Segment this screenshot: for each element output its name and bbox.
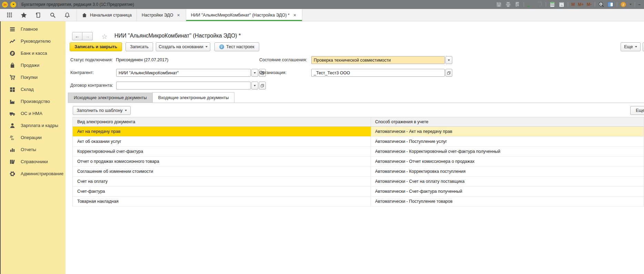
tab-home[interactable]: Начальная страница — [77, 9, 137, 21]
main-menu-button[interactable] — [10, 2, 16, 8]
calendar-icon[interactable]: 31 — [559, 1, 565, 8]
organization-input[interactable] — [311, 69, 445, 77]
back-button[interactable]: ← — [72, 32, 82, 40]
chevron-down-icon — [635, 46, 637, 48]
fill-by-template-button[interactable]: Заполнить по шаблону — [73, 106, 131, 115]
minimize-button[interactable]: – — [638, 2, 641, 7]
counterparty-input[interactable] — [116, 69, 251, 77]
divider — [546, 2, 546, 7]
organization-open-button[interactable] — [445, 69, 452, 77]
cell-doc-type[interactable]: Счет на оплату — [73, 177, 371, 186]
sidebar-item-reports[interactable]: Отчеты — [1, 144, 66, 156]
apps-menu-icon[interactable] — [2, 9, 17, 21]
home-icon — [82, 12, 87, 18]
cell-doc-type[interactable]: Отчет о продажах комиссионного товара — [73, 157, 371, 166]
shopping-bag-icon — [9, 62, 16, 68]
favorite-star-icon[interactable]: ☆ — [101, 32, 108, 41]
open-form-icon — [261, 84, 264, 87]
cell-reflection[interactable]: Автоматически - Поступление услуг — [371, 137, 644, 146]
contract-dropdown-button[interactable] — [251, 82, 258, 89]
cell-reflection[interactable]: Автоматически - Счет-фактура полученный — [371, 187, 644, 196]
info-dropdown-icon[interactable] — [630, 4, 632, 5]
cell-reflection[interactable]: Автоматически - Счет на оплату поставщик… — [371, 177, 644, 186]
agreement-state-dropdown-button[interactable] — [445, 56, 452, 64]
cell-doc-type[interactable]: Соглашение об изменении стоимости — [73, 167, 371, 176]
table-row[interactable]: Отчет о продажах комиссионного товара Ав… — [73, 157, 644, 167]
cell-reflection[interactable]: Автоматически - Корректировка поступлени… — [371, 167, 644, 176]
sidebar-item-label: Операции — [21, 135, 42, 140]
sidebar-item-fixed-assets[interactable]: ОС и НМА — [1, 107, 66, 119]
tab-incoming-documents[interactable]: Входящие электронные документы — [152, 92, 235, 103]
notifications-bell-icon[interactable] — [60, 9, 74, 21]
save-button[interactable]: Записать — [125, 42, 153, 51]
clipped-toolbar-button[interactable] — [643, 42, 644, 51]
cell-doc-type[interactable]: Акт на передачу прав — [73, 127, 371, 136]
close-icon[interactable]: × — [292, 12, 297, 18]
tab-label: Настройки ЭДО — [142, 13, 173, 18]
more-button[interactable]: Еще — [621, 42, 641, 51]
cell-reflection[interactable]: Автоматически - Поступление товаров — [371, 197, 644, 206]
counterparty-label: Контрагент: — [70, 69, 94, 77]
sidebar-item-administration[interactable]: Администрирование — [1, 168, 66, 180]
history-icon[interactable] — [31, 9, 46, 21]
memory-plus-button[interactable]: M+ — [578, 2, 584, 7]
cell-reflection[interactable]: Автоматически - Акт на передачу прав — [371, 127, 644, 136]
table-row[interactable]: Акт на передачу прав Автоматически - Акт… — [73, 127, 644, 137]
contract-input[interactable] — [116, 82, 251, 89]
sidebar-item-manager[interactable]: Руководителю — [1, 35, 66, 47]
save-and-close-button[interactable]: Записать и закрыть — [70, 42, 122, 51]
table-row[interactable]: Счет-фактура Автоматически - Счет-фактур… — [73, 187, 644, 197]
sidebar-item-sales[interactable]: Продажи — [1, 59, 66, 71]
table-row[interactable]: Соглашение об изменении стоимости Автома… — [73, 167, 644, 177]
close-icon[interactable]: × — [176, 12, 181, 18]
table-row[interactable]: Корректировочный счет-фактура Автоматиче… — [73, 147, 644, 157]
chevron-down-icon — [205, 46, 208, 48]
favorites-star-icon[interactable] — [17, 9, 31, 21]
cell-doc-type[interactable]: Корректировочный счет-фактура — [73, 147, 371, 156]
window-titlebar: 1с Бухгалтерия предприятия, редакция 3.0… — [0, 0, 644, 9]
cell-doc-type[interactable]: Акт об оказании услуг — [73, 137, 371, 146]
calculator-icon[interactable] — [549, 1, 555, 8]
agreement-state-label: Состояние соглашения: — [259, 56, 307, 64]
info-icon: i — [219, 44, 224, 49]
sidebar-item-warehouse[interactable]: Склад — [1, 83, 66, 95]
cell-reflection[interactable]: Автоматически - Корректировочный счет-фа… — [371, 147, 644, 156]
table-row[interactable]: Счет на оплату Автоматически - Счет на о… — [73, 177, 644, 187]
button-label: Создать на основании — [159, 44, 203, 49]
sidebar-item-payroll-hr[interactable]: Зарплата и кадры — [1, 119, 66, 131]
sidebar-item-operations[interactable]: ДтКт Операции — [1, 131, 66, 144]
go-to-link-icon[interactable] — [536, 1, 543, 8]
split-window-icon[interactable] — [607, 1, 614, 8]
get-link-icon[interactable] — [527, 1, 533, 8]
tab-label: Входящие электронные документы — [158, 95, 229, 100]
cell-reflection[interactable]: Автоматически - Отчет комиссионера о про… — [371, 157, 644, 166]
sidebar-item-directories[interactable]: Справочники — [1, 156, 66, 168]
back-arrow-icon: ← — [75, 33, 80, 39]
table-row[interactable]: Акт об оказании услуг Автоматически - По… — [73, 137, 644, 147]
zoom-icon[interactable] — [598, 1, 604, 8]
cell-doc-type[interactable]: Счет-фактура — [73, 187, 371, 196]
create-based-on-button[interactable]: Создать на основании — [156, 42, 210, 51]
sidebar-item-production[interactable]: Производство — [1, 95, 66, 107]
sidebar-item-purchases[interactable]: Покупки — [1, 71, 66, 83]
tab-edo-settings[interactable]: Настройки ЭДО × — [137, 9, 186, 21]
tab-edo-setup-form[interactable]: НИИ "АльянсМикроКомбинат" (Настройка ЭДО… — [186, 9, 302, 21]
sidebar-item-main[interactable]: Главное — [1, 23, 66, 35]
table-row[interactable]: Товарная накладная Автоматически - Посту… — [73, 197, 644, 207]
contract-label: Договор контрагента: — [70, 82, 113, 89]
memory-button[interactable]: M — [571, 2, 575, 7]
cell-doc-type[interactable]: Товарная накладная — [73, 197, 371, 206]
sidebar-item-bank-cash[interactable]: ₽ Банк и касса — [1, 47, 66, 59]
sidebar-item-label: Администрирование — [21, 171, 63, 176]
connection-status-label: Статус подключения: — [70, 56, 113, 64]
info-icon[interactable]: i — [620, 1, 626, 8]
search-icon[interactable] — [46, 9, 60, 21]
memory-minus-button[interactable]: M- — [587, 2, 592, 7]
table-more-button[interactable]: Еще — [630, 106, 644, 115]
factory-icon — [9, 98, 16, 105]
contract-open-button[interactable] — [259, 82, 266, 89]
counterparty-dropdown-button[interactable] — [251, 69, 258, 77]
test-settings-button[interactable]: i Тест настроек — [214, 42, 259, 51]
tab-outgoing-documents[interactable]: Исходящие электронные документы — [68, 93, 153, 103]
agreement-state-input[interactable] — [311, 56, 445, 64]
